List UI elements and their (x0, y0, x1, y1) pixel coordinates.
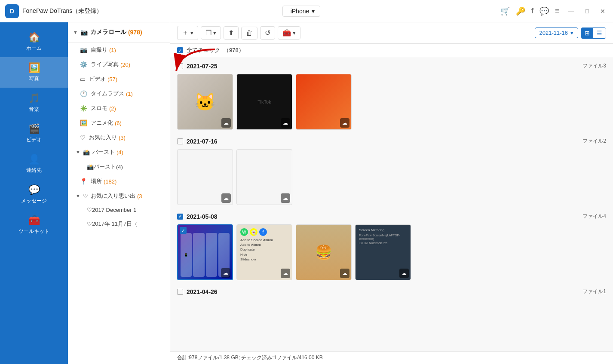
burst-header-count: (4) (116, 149, 123, 156)
video-tree-icon: ▭ (80, 76, 86, 83)
sidebar-item-music[interactable]: 🎵 音楽 (0, 88, 68, 118)
sidebar-item-messages[interactable]: 💬 メッセージ (0, 179, 68, 210)
place-label: 場所 (91, 177, 102, 185)
app-name: FonePaw DoTrans（未登録） (22, 7, 102, 15)
sidebar-item-photo[interactable]: 🖼️ 写真 (0, 57, 68, 88)
camera-roll-header[interactable]: ▼ 📷 カメラロール (978) (68, 22, 170, 43)
select-all-checkbox[interactable]: ✓ (177, 47, 183, 53)
fav-memories-header[interactable]: ▼ ♡ お気に入り思い出 (3 (68, 189, 170, 203)
tree-item-video[interactable]: ▭ ビデオ (57) (68, 72, 170, 86)
device-name: iPhone (291, 8, 310, 15)
tree-item-live[interactable]: ⚙️ ライブ写真 (20) (68, 57, 170, 72)
section-checkbox-2021-07-16[interactable] (177, 138, 183, 144)
photo-thumb-p1[interactable]: 🐱 ☁ (177, 74, 233, 130)
date-dropdown[interactable]: 2021-11-16 ▾ (535, 28, 579, 38)
sidebar-label-photo: 写真 (29, 75, 39, 83)
photo-grid-area[interactable]: 2021-07-25 ファイル3 🐱 ☁ (170, 57, 613, 351)
favorites-count: (3) (119, 135, 126, 141)
view-list-button[interactable]: ☰ (593, 28, 606, 38)
add-button[interactable]: ＋ ▾ (177, 26, 198, 40)
select-all-bar: ✓ 全てチェック （978） (170, 44, 613, 57)
photo-thumb-p3[interactable]: ☁ (296, 74, 352, 130)
date-label-2021-07-25: 2021-07-25 (187, 63, 218, 70)
tree-item-memory-2[interactable]: ♡ 2017年 11月7日（ (68, 217, 170, 231)
date-section-2021-05-08: ✓ 2021-05-08 ファイル4 ✓ 📱 (177, 213, 606, 280)
burst-sub-icon: 📸 (87, 164, 94, 170)
tree-item-animated[interactable]: 🖼️ アニメ化 (6) (68, 116, 170, 130)
chevron-down-icon: ▾ (312, 8, 315, 15)
file-count-2021-07-25: ファイル3 (582, 62, 606, 70)
date-dropdown-arrow: ▾ (570, 30, 573, 36)
sidebar-item-contacts[interactable]: 👤 連絡先 (0, 149, 68, 179)
device-selector[interactable]: iPhone ▾ (282, 6, 321, 17)
tree-item-slowmo[interactable]: ✳️ スロモ (2) (68, 101, 170, 116)
title-bar-center: iPhone ▾ (102, 6, 500, 17)
tools-icon: 🧰 (282, 29, 291, 37)
sidebar-item-video[interactable]: 🎬 ビデオ (0, 118, 68, 149)
tree-item-timelapse[interactable]: 🕐 タイムラプス (1) (68, 86, 170, 101)
key-icon[interactable]: 🔑 (516, 6, 525, 16)
photo-thumb-p8[interactable]: 🍔 ☁ (296, 224, 352, 280)
view-toggle: ⊞ ☰ (581, 28, 606, 39)
photo-thumb-p5[interactable]: ☁ (236, 149, 292, 205)
maximize-button[interactable]: □ (583, 7, 592, 15)
contacts-icon: 👤 (28, 154, 40, 165)
photo-thumb-p6[interactable]: ✓ 📱 ☁ (177, 224, 233, 280)
view-grid-button[interactable]: ⊞ (581, 28, 593, 38)
section-checkbox-2021-04-26[interactable] (177, 289, 183, 295)
close-button[interactable]: ✕ (598, 7, 608, 15)
memory-2-label: 2017年 11月7日（ (92, 220, 138, 228)
date-label-2021-05-08: 2021-05-08 (187, 213, 218, 220)
photo-icon: 🖼️ (28, 62, 40, 73)
export-button[interactable]: ⬆ (224, 26, 239, 40)
file-count-2021-07-16: ファイル2 (582, 138, 606, 145)
photo-thumb-p2[interactable]: TikTok ☁ (236, 74, 292, 130)
cloud-badge-p4: ☁ (221, 193, 231, 203)
section-checkbox-2021-05-08[interactable]: ✓ (177, 214, 183, 220)
tree-item-burst-sub[interactable]: 📸 バースト (4) (68, 159, 170, 174)
add-icon: ＋ (182, 28, 189, 37)
place-icon: 📍 (80, 178, 87, 185)
cart-icon[interactable]: 🛒 (500, 6, 510, 16)
tools-button[interactable]: 🧰 ▾ (278, 26, 300, 40)
burst-sub-count: (4) (116, 164, 123, 170)
burst-header[interactable]: ▼ 📸 バースト (4) (68, 145, 170, 159)
tree-item-memory-1[interactable]: ♡ 2017 December 1 (68, 203, 170, 217)
sidebar-label-messages: メッセージ (21, 197, 47, 205)
date-header-2021-07-16: 2021-07-16 ファイル2 (177, 138, 606, 145)
export-icon: ⬆ (228, 29, 234, 37)
minimize-button[interactable]: — (566, 7, 577, 15)
animated-count: (6) (115, 120, 122, 126)
selfie-label: 自撮り (91, 46, 107, 54)
camera-roll-icon: 📷 (80, 29, 88, 36)
title-bar: D FonePaw DoTrans（未登録） iPhone ▾ 🛒 🔑 f 💬 … (0, 0, 613, 22)
facebook-icon[interactable]: f (531, 7, 533, 15)
copy-button[interactable]: ❐ ▾ (201, 26, 221, 40)
tree-item-favorites[interactable]: ♡ お気に入り (3) (68, 130, 170, 145)
tree-item-selfie[interactable]: 📷 自撮り (1) (68, 43, 170, 57)
sidebar-item-home[interactable]: 🏠 ホーム (0, 27, 68, 57)
delete-button[interactable]: 🗑 (241, 27, 257, 40)
video-count: (57) (107, 76, 117, 83)
title-bar-actions: 🛒 🔑 f 💬 ≡ — □ ✕ (500, 6, 608, 16)
date-header-2021-07-25: 2021-07-25 ファイル3 (177, 62, 606, 70)
photo-thumb-p4[interactable]: ☁ (177, 149, 233, 205)
sidebar-item-toolkit[interactable]: 🧰 ツールキット (0, 210, 68, 240)
live-label: ライブ写真 (91, 61, 119, 68)
date-label-2021-07-16: 2021-07-16 (187, 138, 218, 145)
photo-thumb-p7[interactable]: W 👻 f Add to Shared AlbumAdd to AlbumDup… (236, 224, 292, 280)
cloud-badge-p5: ☁ (281, 193, 290, 203)
video-label: ビデオ (89, 75, 106, 83)
menu-icon[interactable]: ≡ (555, 6, 560, 15)
photo-thumb-p9[interactable]: Screen Mirroring FonePaw ScreenMe(LAPTOP… (355, 224, 411, 280)
section-checkbox-2021-07-25[interactable] (177, 63, 183, 69)
date-header-left-2021-05-08: ✓ 2021-05-08 (177, 213, 218, 220)
chat-icon[interactable]: 💬 (539, 6, 549, 16)
photo-grid-2021-05-08: ✓ 📱 ☁ (177, 224, 606, 280)
refresh-button[interactable]: ↺ (260, 26, 275, 40)
messages-icon: 💬 (28, 184, 40, 196)
refresh-icon: ↺ (265, 29, 270, 37)
burst-expand-icon: ▼ (76, 150, 80, 155)
date-section-2021-07-16: 2021-07-16 ファイル2 ☁ ☁ (177, 138, 606, 205)
tree-item-place[interactable]: 📍 場所 (182) (68, 174, 170, 189)
